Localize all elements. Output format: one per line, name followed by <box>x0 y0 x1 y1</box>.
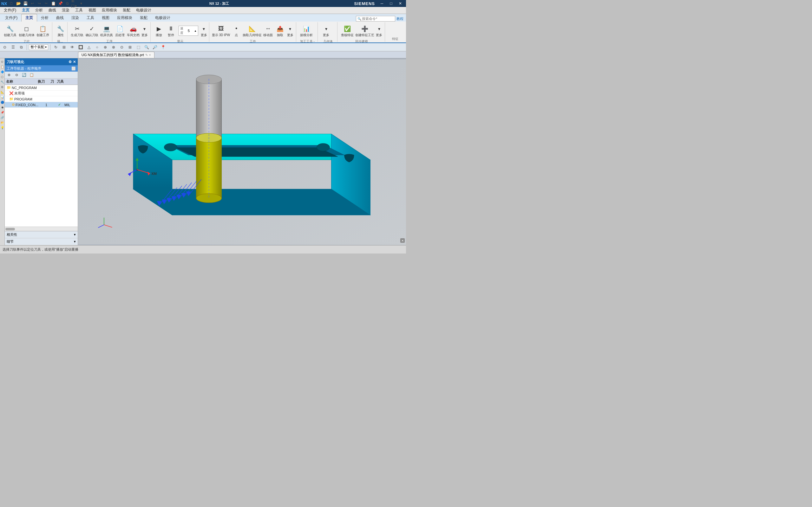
viewport-close-btn[interactable]: ✕ <box>400 238 405 243</box>
panel-tool-1[interactable]: ⊕ <box>5 72 12 78</box>
toolbar-icon-view4[interactable]: 🔲 <box>77 44 84 51</box>
shop-doc-btn[interactable]: 🚗 车间文档 <box>126 23 140 39</box>
menu-electrode[interactable]: 电极设计 <box>134 7 154 14</box>
create-op-btn[interactable]: 📋 创建工序 <box>36 23 50 39</box>
panel-detail-expand[interactable]: ▾ <box>74 239 76 244</box>
create-process-btn[interactable]: ➕ 创建特征工艺 <box>355 23 374 39</box>
ribbon-tab-tools[interactable]: 工具 <box>83 14 98 21</box>
draft-analysis-btn[interactable]: 📊 拔模分析 <box>299 23 314 39</box>
panel-related-expand[interactable]: ▾ <box>74 233 76 237</box>
extract-btn[interactable]: 📤 抽取 <box>274 23 286 39</box>
menu-curve[interactable]: 曲线 <box>46 7 59 14</box>
toolbar-icon-view10[interactable]: ⊞ <box>126 44 134 51</box>
anim-more-btn[interactable]: ▾ 更多 <box>287 23 294 39</box>
op-more-btn[interactable]: ▾ 更多 <box>141 23 148 39</box>
toolbar-icon-3[interactable]: ⧉ <box>18 44 25 51</box>
sync-more-btn[interactable]: ▾ 更多 <box>375 23 383 39</box>
qa-copy[interactable]: 📋 <box>50 0 56 7</box>
ribbon-search-input[interactable] <box>362 17 394 20</box>
postprocess-btn[interactable]: 📄 后处理 <box>114 23 125 39</box>
create-tool-btn[interactable]: 🔧 创建刀具 <box>3 23 17 39</box>
toolbar-icon-view8[interactable]: ⊗ <box>110 44 117 51</box>
menu-assembly[interactable]: 装配 <box>120 7 133 14</box>
toolbar-icon-view14[interactable]: 📍 <box>159 44 166 51</box>
qa-save[interactable]: 💾 <box>22 0 29 7</box>
panel-close-icon[interactable]: ✕ <box>73 60 76 64</box>
move-face-btn[interactable]: ↔ 移动面 <box>262 23 274 39</box>
sidebar-icon-9[interactable]: 🔵 <box>0 100 4 105</box>
toolbar-icon-2[interactable]: ☰ <box>9 44 16 51</box>
ribbon-tab-appmodule[interactable]: 应用模块 <box>113 14 136 21</box>
panel-hscrollbar-thumb[interactable] <box>5 228 15 230</box>
panel-tool-3[interactable]: 🔄 <box>20 72 28 78</box>
sidebar-icon-8[interactable]: 📊 <box>0 95 4 100</box>
sidebar-icon-2[interactable]: 📋 <box>0 65 4 69</box>
point-btn[interactable]: • 点 <box>231 23 242 39</box>
gen-path-btn[interactable]: ✂ 生成刀轨 <box>70 23 84 39</box>
tree-row-fixed-con[interactable]: ⚙ FIXED_CON... 1 ✓ MIL <box>5 102 78 108</box>
toolbar-icon-view7[interactable]: ⊕ <box>102 44 109 51</box>
toolbar-icon-view13[interactable]: 🔎 <box>151 44 158 51</box>
sidebar-icon-10[interactable]: ⏺ <box>0 105 4 110</box>
pause-btn[interactable]: ⏸ 暂停 <box>165 23 177 39</box>
ribbon-tab-view[interactable]: 视图 <box>98 14 113 21</box>
panel-expand-icon[interactable]: ⬜ <box>71 66 76 71</box>
ribbon-tab-electrode[interactable]: 电极设计 <box>151 14 174 21</box>
sidebar-icon-11[interactable]: 📌 <box>0 110 4 115</box>
sidebar-icon-5[interactable]: 🔧 <box>0 80 4 84</box>
toolbar-icon-view11[interactable]: ⬚ <box>135 44 142 51</box>
speed-arrow-up[interactable]: ▲ <box>194 30 197 32</box>
minimize-button[interactable]: ─ <box>377 1 386 6</box>
toolbar-icon-view6[interactable]: ○ <box>94 44 101 51</box>
doc-tab-main[interactable]: UG NX插角加工的技巧 数控编程清角.prt ✎ × <box>78 52 154 58</box>
panel-tool-4[interactable]: 📋 <box>28 72 35 78</box>
qa-redo[interactable]: ↪ <box>36 0 43 7</box>
maximize-button[interactable]: □ <box>387 1 396 6</box>
toolbar-icon-view9[interactable]: ⊙ <box>118 44 125 51</box>
menu-appmodule[interactable]: 应用模块 <box>99 7 119 14</box>
ribbon-tab-file[interactable]: 文件(F) <box>1 14 21 21</box>
panel-tool-2[interactable]: ⊖ <box>13 72 20 78</box>
ribbon-tab-assembly[interactable]: 装配 <box>136 14 151 21</box>
qa-undo[interactable]: ↩ <box>29 0 36 7</box>
sidebar-icon-6[interactable]: ⚙ <box>0 85 4 89</box>
close-button[interactable]: ✕ <box>396 1 405 6</box>
toolbar-icon-view2[interactable]: ⊞ <box>61 44 67 51</box>
tree-row-unused[interactable]: ❌ 未用项 <box>5 91 78 96</box>
menu-render[interactable]: 渲染 <box>59 7 72 14</box>
menu-tools[interactable]: 工具 <box>72 7 85 14</box>
menu-analysis[interactable]: 分析 <box>33 7 45 14</box>
qa-window-dropdown[interactable]: 窗口▾ <box>71 0 78 7</box>
sidebar-icon-4[interactable]: ⬡ <box>0 75 4 79</box>
extract-geo-btn[interactable]: 📐 抽取几何特征 <box>243 23 262 39</box>
create-geo-btn[interactable]: ◻ 创建几何体 <box>18 23 35 39</box>
qa-paste[interactable]: 📌 <box>57 0 63 7</box>
tree-row-program[interactable]: 📁 PROGRAM <box>5 96 78 102</box>
show-3d-ipw-btn[interactable]: 🖼 显示 3D IPW <box>212 23 230 39</box>
qa-cut[interactable]: ✂ <box>43 0 49 7</box>
doc-tab-close[interactable]: × <box>149 53 151 57</box>
machine-sim-btn[interactable]: 💻 机床仿真 <box>100 23 113 39</box>
check-feature-btn[interactable]: ✅ 查核特征 <box>340 23 354 39</box>
panel-settings-icon[interactable]: ⚙ <box>68 60 72 64</box>
sidebar-icon-1[interactable]: ⊙ <box>0 60 4 64</box>
ribbon-tab-home[interactable]: 主页 <box>21 14 37 21</box>
sidebar-icon-13[interactable]: 📂 <box>0 120 4 125</box>
play-btn[interactable]: ▶ 播放 <box>153 23 165 39</box>
sidebar-icon-14[interactable]: 💡 <box>0 125 4 130</box>
toolbar-icon-view3[interactable]: 👁 <box>69 44 76 51</box>
menu-view[interactable]: 视图 <box>86 7 99 14</box>
speed-input[interactable] <box>184 29 194 33</box>
qa-switch-window[interactable]: ⧉ <box>64 0 70 7</box>
verify-btn[interactable]: ✓ 确认刀轨 <box>85 23 99 39</box>
panel-section-related[interactable]: 相关性 ▾ <box>5 231 78 238</box>
help-link[interactable]: 教程 <box>397 16 403 21</box>
toolbar-icon-view12[interactable]: 🔍 <box>143 44 150 51</box>
qa-new[interactable]: 🗋 <box>8 0 14 7</box>
ribbon-tab-render[interactable]: 渲染 <box>67 14 83 21</box>
ribbon-tab-analysis[interactable]: 分析 <box>37 14 52 21</box>
menu-home[interactable]: 主页 <box>19 7 32 14</box>
qa-more-dropdown[interactable]: ▾ <box>78 0 84 7</box>
toolbar-icon-1[interactable]: ⊙ <box>1 44 8 51</box>
toolbar-icon-view1[interactable]: ↻ <box>52 44 59 51</box>
